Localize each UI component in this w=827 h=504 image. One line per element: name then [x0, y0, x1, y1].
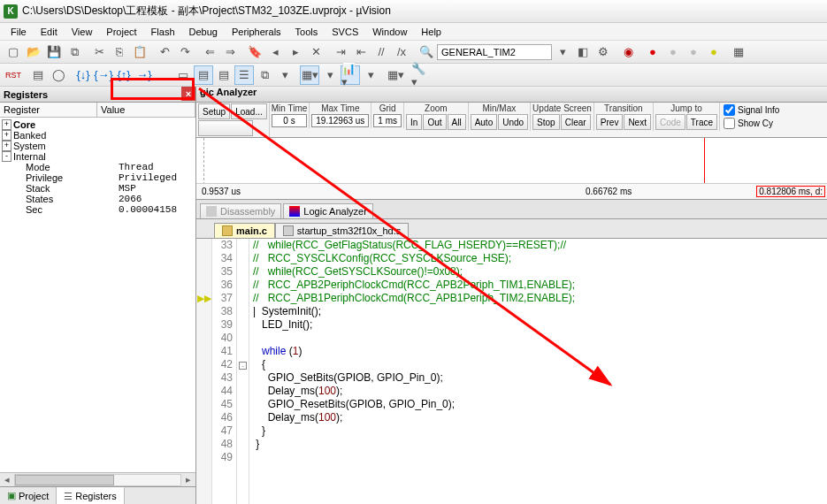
disassembly-icon — [206, 206, 217, 217]
la-setup-button[interactable]: Setup — [198, 103, 230, 119]
logic-analyzer-plot[interactable]: 0.9537 us 0.66762 ms 0.812806 ms, d: — [196, 138, 827, 200]
toolbox-icon[interactable]: 🔧▾ — [410, 65, 430, 85]
menu-tools[interactable]: Tools — [288, 25, 325, 39]
menu-peripherals[interactable]: Peripherals — [225, 25, 288, 39]
callstack-window-icon[interactable]: ⧉ — [255, 65, 274, 85]
stop-icon[interactable]: ◯ — [49, 65, 68, 85]
la-jump-code-button[interactable]: Code — [655, 114, 685, 130]
bookmark-prev-icon[interactable]: ◂ — [265, 42, 285, 62]
comment-icon[interactable]: // — [371, 42, 391, 62]
step-into-icon[interactable]: {↓} — [73, 65, 93, 85]
la-load-button[interactable]: Load... — [231, 103, 267, 119]
la-stop-button[interactable]: Stop — [532, 114, 560, 130]
menu-flash[interactable]: Flash — [144, 25, 182, 39]
scroll-left-icon[interactable]: ◂ — [0, 474, 14, 485]
reset-icon[interactable]: RST — [4, 65, 23, 85]
register-row[interactable]: PrivilegePrivileged — [2, 172, 194, 183]
analysis-window-icon[interactable]: 📊▾ — [341, 65, 360, 85]
paste-icon[interactable]: 📋 — [130, 42, 149, 62]
registers-hscroll[interactable]: ◂ ▸ — [0, 472, 195, 486]
menu-debug[interactable]: Debug — [182, 25, 225, 39]
editor-line-numbers: 3334353637383940414243444546474849 — [212, 239, 237, 504]
register-row[interactable]: Sec0.00004158 — [2, 204, 194, 215]
register-row[interactable]: ModeThread — [2, 162, 194, 172]
tab-project[interactable]: ▣Project — [0, 487, 57, 504]
registers-window-icon[interactable]: ☰ — [234, 65, 254, 85]
la-prev-button[interactable]: Prev — [596, 114, 624, 130]
tab-registers[interactable]: ☰Registers — [57, 487, 124, 504]
editor-code-body[interactable]: // while(RCC_GetFlagStatus(RCC_FLAG_HSER… — [249, 239, 827, 504]
memory-window-icon[interactable]: ▦▾ — [300, 65, 319, 85]
menu-project[interactable]: Project — [99, 25, 143, 39]
bookmark-clear-icon[interactable]: ✕ — [306, 42, 325, 62]
col-register: Register — [0, 103, 97, 117]
menu-svcs[interactable]: SVCS — [325, 25, 365, 39]
menu-help[interactable]: Help — [414, 25, 448, 39]
options-icon[interactable]: ⚙ — [593, 42, 613, 62]
la-jump-trace-button[interactable]: Trace — [686, 114, 717, 130]
menu-window[interactable]: Window — [365, 25, 414, 39]
la-undo-button[interactable]: Undo — [498, 114, 528, 130]
la-clear-button[interactable]: Clear — [561, 114, 591, 130]
config-target-icon[interactable]: ◧ — [573, 42, 593, 62]
register-row[interactable]: +Banked — [2, 130, 194, 141]
new-file-icon[interactable]: ▢ — [4, 42, 23, 62]
la-auto-button[interactable]: Auto — [471, 114, 498, 130]
dropdown-icon[interactable]: ▾ — [553, 42, 572, 62]
watch-window-icon[interactable]: ▾ — [275, 65, 295, 85]
serial-window-icon[interactable]: ▾ — [320, 65, 340, 85]
la-show-cycles-check[interactable]: Show Cy — [722, 117, 781, 130]
file-tab-startup-s[interactable]: startup_stm32f10x_hd.s — [275, 223, 409, 238]
la-update-label: Update Screen — [532, 103, 592, 113]
close-icon[interactable]: × — [181, 87, 195, 101]
run-to-cursor-icon[interactable]: →} — [134, 65, 154, 85]
register-row[interactable]: +Core — [2, 119, 194, 130]
window-layout-icon[interactable]: ▦ — [729, 42, 748, 62]
redo-icon[interactable]: ↷ — [175, 42, 195, 62]
trace-window-icon[interactable]: ▾ — [361, 65, 380, 85]
menu-view[interactable]: View — [65, 25, 100, 39]
open-file-icon[interactable]: 📂 — [24, 42, 43, 62]
registers-tree[interactable]: +Core+Banked+System-InternalModeThreadPr… — [0, 118, 195, 472]
cut-icon[interactable]: ✂ — [89, 42, 109, 62]
nav-fwd-icon[interactable]: ⇒ — [220, 42, 240, 62]
disasm-window-icon[interactable]: ▤ — [194, 65, 213, 85]
register-row[interactable]: StackMSP — [2, 183, 194, 194]
file-tab-main-c[interactable]: main.c — [214, 223, 275, 238]
step-over-icon[interactable]: {→} — [94, 65, 113, 85]
la-zoom-label: Zoom — [406, 103, 466, 113]
nav-back-icon[interactable]: ⇐ — [200, 42, 219, 62]
target-select[interactable] — [437, 44, 552, 60]
bookmark-next-icon[interactable]: ▸ — [286, 42, 305, 62]
la-signal-info-check[interactable]: Signal Info — [722, 103, 781, 117]
code-editor[interactable]: ▶▶ 3334353637383940414243444546474849 - … — [196, 239, 827, 504]
indent-icon[interactable]: ⇥ — [331, 42, 350, 62]
uncomment-icon[interactable]: /x — [392, 42, 411, 62]
copy-icon[interactable]: ⎘ — [110, 42, 129, 62]
register-row[interactable]: -Internal — [2, 151, 194, 162]
menu-edit[interactable]: Edit — [34, 25, 65, 39]
save-all-icon[interactable]: ⧉ — [65, 42, 84, 62]
la-zoom-all-button[interactable]: All — [448, 114, 466, 130]
undo-icon[interactable]: ↶ — [155, 42, 174, 62]
register-row[interactable]: +System — [2, 141, 194, 151]
la-zoom-out-button[interactable]: Out — [423, 114, 446, 130]
la-save-button[interactable] — [198, 120, 253, 136]
save-icon[interactable]: 💾 — [44, 42, 64, 62]
la-next-button[interactable]: Next — [624, 114, 651, 130]
menu-file[interactable]: File — [4, 25, 34, 39]
symbols-window-icon[interactable]: ▤ — [214, 65, 234, 85]
debug-start-icon[interactable]: ◉ — [618, 42, 638, 62]
find-icon[interactable]: 🔍 — [417, 42, 436, 62]
tab-disassembly[interactable]: Disassembly — [200, 203, 281, 218]
system-viewer-icon[interactable]: ▦▾ — [386, 65, 405, 85]
scroll-right-icon[interactable]: ▸ — [181, 474, 195, 485]
la-zoom-in-button[interactable]: In — [406, 114, 422, 130]
outdent-icon[interactable]: ⇤ — [351, 42, 371, 62]
run-icon[interactable]: ▤ — [28, 65, 48, 85]
step-out-icon[interactable]: {↑} — [114, 65, 134, 85]
command-window-icon[interactable]: ▭ — [173, 65, 193, 85]
tab-logic-analyzer[interactable]: Logic Analyzer — [283, 203, 373, 218]
register-row[interactable]: States2066 — [2, 194, 194, 204]
bookmark-icon[interactable]: 🔖 — [245, 42, 264, 62]
